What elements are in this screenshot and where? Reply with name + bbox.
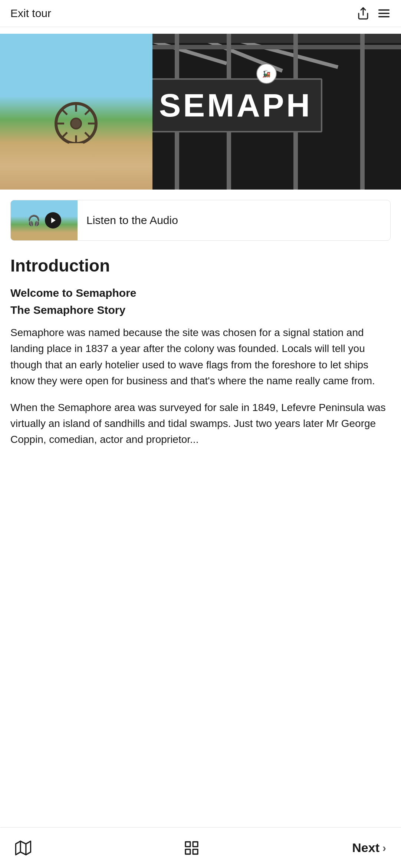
svg-rect-30 (185, 849, 190, 854)
menu-button[interactable] (377, 7, 391, 20)
play-icon (50, 217, 57, 224)
share-icon (356, 7, 370, 20)
svg-marker-24 (51, 218, 56, 223)
header-icons (356, 7, 391, 20)
audio-label: Listen to the Audio (78, 214, 390, 227)
next-chevron-icon: › (382, 842, 386, 854)
audio-controls: 🎧 (27, 212, 61, 228)
next-button[interactable]: Next › (352, 841, 386, 855)
paragraph-1: Semaphore was named because the site was… (10, 325, 391, 389)
grid-button[interactable] (184, 840, 200, 856)
statue-background (0, 34, 152, 190)
headphone-icon: 🎧 (27, 214, 40, 227)
welcome-subtitle: Welcome to Semaphore (10, 287, 391, 299)
exit-tour-button[interactable]: Exit tour (10, 7, 51, 20)
semaphore-sign-container: SEMAPH 🚂 (152, 34, 401, 190)
semaphore-sign-text: SEMAPH (159, 87, 312, 124)
share-button[interactable] (356, 7, 370, 20)
map-icon (15, 840, 31, 856)
svg-marker-25 (16, 841, 30, 855)
svg-line-13 (62, 132, 67, 138)
content-title: Introduction (10, 256, 391, 276)
grid-icon (184, 840, 200, 856)
gallery-image-right: SEMAPH 🚂 (152, 34, 401, 190)
svg-line-11 (85, 132, 91, 138)
svg-line-12 (85, 109, 91, 115)
map-button[interactable] (15, 840, 31, 856)
svg-rect-28 (185, 842, 190, 846)
gallery-image-left (0, 34, 152, 190)
menu-icon (377, 7, 391, 20)
image-gallery: SEMAPH 🚂 (0, 34, 401, 190)
header: Exit tour (0, 0, 401, 27)
content-section: Introduction Welcome to Semaphore The Se… (0, 244, 401, 503)
audio-player: 🎧 Listen to the Audio (10, 200, 391, 241)
svg-rect-14 (69, 143, 83, 146)
svg-rect-23 (360, 34, 365, 190)
svg-rect-31 (193, 849, 198, 854)
svg-point-5 (71, 118, 81, 129)
story-subtitle: The Semaphore Story (10, 304, 391, 316)
paragraph-2: When the Semaphore area was surveyed for… (10, 400, 391, 448)
next-label: Next (352, 841, 379, 855)
svg-line-10 (62, 109, 67, 115)
audio-thumbnail: 🎧 (11, 200, 78, 241)
bottom-navigation: Next › (0, 827, 401, 868)
audio-play-button[interactable] (45, 212, 61, 228)
statue-wheel-svg (54, 101, 98, 146)
svg-rect-29 (193, 842, 198, 846)
